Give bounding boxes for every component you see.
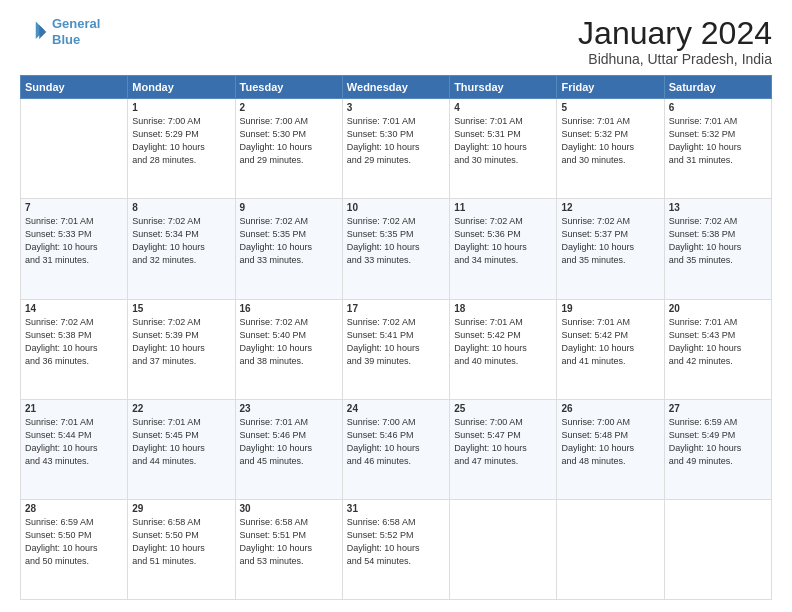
day-number: 5 (561, 102, 659, 113)
calendar-cell (664, 499, 771, 599)
logo-line1: General (52, 16, 100, 31)
day-number: 8 (132, 202, 230, 213)
day-number: 4 (454, 102, 552, 113)
day-number: 20 (669, 303, 767, 314)
calendar-cell: 12Sunrise: 7:02 AMSunset: 5:37 PMDayligh… (557, 199, 664, 299)
day-number: 12 (561, 202, 659, 213)
day-number: 6 (669, 102, 767, 113)
calendar-cell: 17Sunrise: 7:02 AMSunset: 5:41 PMDayligh… (342, 299, 449, 399)
day-number: 7 (25, 202, 123, 213)
day-number: 28 (25, 503, 123, 514)
calendar-header-row: SundayMondayTuesdayWednesdayThursdayFrid… (21, 76, 772, 99)
calendar-cell: 28Sunrise: 6:59 AMSunset: 5:50 PMDayligh… (21, 499, 128, 599)
calendar-cell: 26Sunrise: 7:00 AMSunset: 5:48 PMDayligh… (557, 399, 664, 499)
calendar-cell: 13Sunrise: 7:02 AMSunset: 5:38 PMDayligh… (664, 199, 771, 299)
day-number: 26 (561, 403, 659, 414)
calendar-cell: 7Sunrise: 7:01 AMSunset: 5:33 PMDaylight… (21, 199, 128, 299)
calendar-cell: 22Sunrise: 7:01 AMSunset: 5:45 PMDayligh… (128, 399, 235, 499)
calendar-week-row: 28Sunrise: 6:59 AMSunset: 5:50 PMDayligh… (21, 499, 772, 599)
day-info: Sunrise: 7:00 AMSunset: 5:30 PMDaylight:… (240, 115, 338, 167)
day-info: Sunrise: 7:02 AMSunset: 5:38 PMDaylight:… (25, 316, 123, 368)
day-info: Sunrise: 7:02 AMSunset: 5:34 PMDaylight:… (132, 215, 230, 267)
calendar-cell (450, 499, 557, 599)
day-info: Sunrise: 7:01 AMSunset: 5:32 PMDaylight:… (561, 115, 659, 167)
calendar-header-wednesday: Wednesday (342, 76, 449, 99)
day-number: 18 (454, 303, 552, 314)
day-number: 14 (25, 303, 123, 314)
calendar-week-row: 7Sunrise: 7:01 AMSunset: 5:33 PMDaylight… (21, 199, 772, 299)
day-info: Sunrise: 7:01 AMSunset: 5:45 PMDaylight:… (132, 416, 230, 468)
calendar-cell: 19Sunrise: 7:01 AMSunset: 5:42 PMDayligh… (557, 299, 664, 399)
day-info: Sunrise: 7:01 AMSunset: 5:30 PMDaylight:… (347, 115, 445, 167)
calendar-cell: 5Sunrise: 7:01 AMSunset: 5:32 PMDaylight… (557, 99, 664, 199)
day-info: Sunrise: 7:02 AMSunset: 5:36 PMDaylight:… (454, 215, 552, 267)
page: General Blue January 2024 Bidhuna, Uttar… (0, 0, 792, 612)
day-number: 1 (132, 102, 230, 113)
day-info: Sunrise: 7:02 AMSunset: 5:37 PMDaylight:… (561, 215, 659, 267)
day-info: Sunrise: 7:01 AMSunset: 5:42 PMDaylight:… (454, 316, 552, 368)
day-number: 11 (454, 202, 552, 213)
calendar-cell: 25Sunrise: 7:00 AMSunset: 5:47 PMDayligh… (450, 399, 557, 499)
calendar-week-row: 1Sunrise: 7:00 AMSunset: 5:29 PMDaylight… (21, 99, 772, 199)
calendar-cell: 24Sunrise: 7:00 AMSunset: 5:46 PMDayligh… (342, 399, 449, 499)
day-info: Sunrise: 7:00 AMSunset: 5:29 PMDaylight:… (132, 115, 230, 167)
logo: General Blue (20, 16, 100, 47)
day-info: Sunrise: 6:59 AMSunset: 5:50 PMDaylight:… (25, 516, 123, 568)
calendar-cell: 8Sunrise: 7:02 AMSunset: 5:34 PMDaylight… (128, 199, 235, 299)
calendar-cell: 16Sunrise: 7:02 AMSunset: 5:40 PMDayligh… (235, 299, 342, 399)
day-info: Sunrise: 7:00 AMSunset: 5:47 PMDaylight:… (454, 416, 552, 468)
calendar-cell: 20Sunrise: 7:01 AMSunset: 5:43 PMDayligh… (664, 299, 771, 399)
calendar-cell: 14Sunrise: 7:02 AMSunset: 5:38 PMDayligh… (21, 299, 128, 399)
day-number: 13 (669, 202, 767, 213)
title-month: January 2024 (578, 16, 772, 51)
day-info: Sunrise: 7:01 AMSunset: 5:32 PMDaylight:… (669, 115, 767, 167)
calendar-header-sunday: Sunday (21, 76, 128, 99)
day-info: Sunrise: 7:01 AMSunset: 5:46 PMDaylight:… (240, 416, 338, 468)
calendar-cell: 3Sunrise: 7:01 AMSunset: 5:30 PMDaylight… (342, 99, 449, 199)
day-info: Sunrise: 7:02 AMSunset: 5:35 PMDaylight:… (347, 215, 445, 267)
calendar-cell: 30Sunrise: 6:58 AMSunset: 5:51 PMDayligh… (235, 499, 342, 599)
day-info: Sunrise: 6:58 AMSunset: 5:51 PMDaylight:… (240, 516, 338, 568)
day-number: 25 (454, 403, 552, 414)
day-number: 29 (132, 503, 230, 514)
calendar-header-thursday: Thursday (450, 76, 557, 99)
day-number: 24 (347, 403, 445, 414)
calendar-week-row: 21Sunrise: 7:01 AMSunset: 5:44 PMDayligh… (21, 399, 772, 499)
day-number: 2 (240, 102, 338, 113)
day-number: 21 (25, 403, 123, 414)
title-location: Bidhuna, Uttar Pradesh, India (578, 51, 772, 67)
day-info: Sunrise: 7:02 AMSunset: 5:40 PMDaylight:… (240, 316, 338, 368)
day-info: Sunrise: 6:58 AMSunset: 5:50 PMDaylight:… (132, 516, 230, 568)
day-number: 17 (347, 303, 445, 314)
calendar-cell: 18Sunrise: 7:01 AMSunset: 5:42 PMDayligh… (450, 299, 557, 399)
logo-text: General Blue (52, 16, 100, 47)
svg-marker-1 (39, 25, 46, 39)
day-info: Sunrise: 7:02 AMSunset: 5:38 PMDaylight:… (669, 215, 767, 267)
logo-line2: Blue (52, 32, 80, 47)
day-number: 23 (240, 403, 338, 414)
day-number: 15 (132, 303, 230, 314)
day-info: Sunrise: 7:02 AMSunset: 5:35 PMDaylight:… (240, 215, 338, 267)
day-number: 16 (240, 303, 338, 314)
day-info: Sunrise: 7:02 AMSunset: 5:39 PMDaylight:… (132, 316, 230, 368)
day-number: 19 (561, 303, 659, 314)
calendar-cell: 6Sunrise: 7:01 AMSunset: 5:32 PMDaylight… (664, 99, 771, 199)
title-block: January 2024 Bidhuna, Uttar Pradesh, Ind… (578, 16, 772, 67)
calendar-cell: 1Sunrise: 7:00 AMSunset: 5:29 PMDaylight… (128, 99, 235, 199)
calendar-cell: 29Sunrise: 6:58 AMSunset: 5:50 PMDayligh… (128, 499, 235, 599)
calendar-cell: 11Sunrise: 7:02 AMSunset: 5:36 PMDayligh… (450, 199, 557, 299)
day-info: Sunrise: 6:59 AMSunset: 5:49 PMDaylight:… (669, 416, 767, 468)
calendar-cell: 15Sunrise: 7:02 AMSunset: 5:39 PMDayligh… (128, 299, 235, 399)
calendar-cell: 10Sunrise: 7:02 AMSunset: 5:35 PMDayligh… (342, 199, 449, 299)
calendar-cell: 21Sunrise: 7:01 AMSunset: 5:44 PMDayligh… (21, 399, 128, 499)
calendar-cell (21, 99, 128, 199)
calendar-cell: 27Sunrise: 6:59 AMSunset: 5:49 PMDayligh… (664, 399, 771, 499)
day-info: Sunrise: 7:00 AMSunset: 5:46 PMDaylight:… (347, 416, 445, 468)
calendar-cell: 4Sunrise: 7:01 AMSunset: 5:31 PMDaylight… (450, 99, 557, 199)
day-info: Sunrise: 7:01 AMSunset: 5:43 PMDaylight:… (669, 316, 767, 368)
header: General Blue January 2024 Bidhuna, Uttar… (20, 16, 772, 67)
day-info: Sunrise: 7:01 AMSunset: 5:44 PMDaylight:… (25, 416, 123, 468)
calendar-week-row: 14Sunrise: 7:02 AMSunset: 5:38 PMDayligh… (21, 299, 772, 399)
calendar-cell (557, 499, 664, 599)
day-info: Sunrise: 7:01 AMSunset: 5:42 PMDaylight:… (561, 316, 659, 368)
